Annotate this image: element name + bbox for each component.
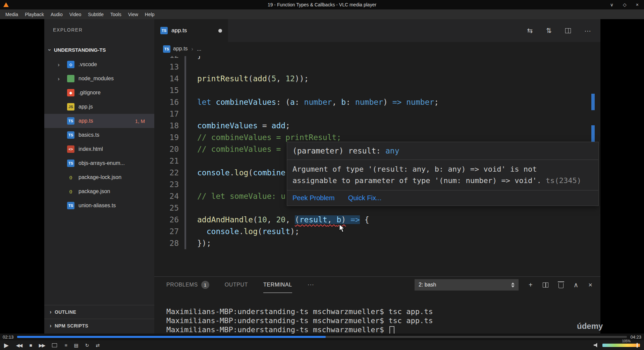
code-line: 28}); — [154, 237, 600, 249]
maximize-button[interactable]: ◇ — [623, 2, 627, 7]
kill-terminal-button[interactable] — [558, 283, 564, 288]
menubar-item-help[interactable]: Help — [142, 10, 158, 18]
vlc-menubar: MediaPlaybackAudioVideoSubtitleToolsView… — [0, 9, 644, 19]
code-text: combineValues = add; — [179, 120, 290, 132]
overview-ruler-mark — [591, 125, 595, 142]
vlc-seek-row: 02:13 04:23 — [0, 334, 644, 340]
next-button[interactable]: ▶▶ — [39, 343, 45, 348]
menubar-item-subtitle[interactable]: Subtitle — [85, 10, 107, 18]
code-line: 17 — [154, 108, 600, 120]
code-line: 16let combineValues: (a: number, b: numb… — [154, 96, 600, 108]
speaker-icon[interactable] — [594, 343, 599, 348]
playlist-button[interactable]: ▤ — [74, 343, 78, 348]
line-number: 17 — [154, 108, 179, 120]
code-text: console.log(combine — [179, 167, 285, 179]
menubar-item-media[interactable]: Media — [2, 10, 21, 18]
fullscreen-button[interactable] — [52, 343, 57, 347]
minimize-button[interactable]: ∨ — [610, 2, 613, 7]
overview-ruler-mark — [591, 94, 595, 110]
section-outline[interactable]: ›OUTLINE — [44, 305, 154, 318]
video-frame[interactable]: EXPLORER › UNDERSTANDING-TS ›◇.vscode›no… — [0, 19, 644, 334]
hover-message-line2: assignable to parameter of type '(num: n… — [292, 176, 541, 185]
code-text — [179, 179, 197, 190]
line-number: 13 — [154, 61, 179, 73]
breadcrumb-item[interactable]: ... — [197, 46, 201, 52]
close-panel-button[interactable]: × — [588, 281, 592, 288]
stop-button[interactable]: ■ — [29, 343, 31, 348]
code-text: printResult(add(5, 12)); — [179, 73, 309, 85]
loop-button[interactable]: ↻ — [85, 343, 89, 348]
line-number: 14 — [154, 73, 179, 85]
line-number: 28 — [154, 237, 179, 249]
menubar-item-audio[interactable]: Audio — [47, 10, 66, 18]
breadcrumb-separator-icon: › — [192, 46, 193, 52]
open-changes-icon[interactable]: ⇆ — [527, 27, 533, 34]
terminal-cursor — [389, 326, 394, 334]
modified-dot-icon[interactable] — [218, 29, 222, 33]
line-number: 16 — [154, 96, 179, 108]
more-actions-icon[interactable]: ··· — [584, 27, 591, 34]
code-text: }); — [179, 237, 211, 249]
split-terminal-button[interactable] — [543, 282, 548, 288]
vlc-titlebar: 19 - Function Types & Callbacks - VLC me… — [0, 0, 644, 9]
hover-signature: (parameter) result: any — [287, 142, 598, 160]
line-number: 12 — [154, 56, 179, 61]
section-label: NPM SCRIPTS — [55, 323, 88, 329]
code-editor[interactable]: 12}1314printResult(add(5, 12));1516let c… — [154, 56, 600, 276]
terminal-line: Maximilians-MBP:understanding-ts mschwar… — [166, 325, 594, 334]
seek-slider[interactable] — [17, 336, 627, 338]
close-button[interactable]: × — [636, 2, 639, 7]
random-button[interactable]: ⇄ — [96, 343, 99, 348]
menubar-item-video[interactable]: Video — [66, 10, 85, 18]
tab-app-ts[interactable]: TS app.ts — [154, 19, 228, 42]
extended-settings-button[interactable]: ≡ — [64, 343, 66, 348]
quick-fix--link[interactable]: Quick Fix... — [348, 194, 382, 202]
panel-tab-problems[interactable]: PROBLEMS1 — [166, 277, 209, 293]
line-number: 19 — [154, 132, 179, 143]
volume-cluster: 105% — [594, 343, 640, 348]
panel-tab-output[interactable]: OUTPUT — [225, 277, 248, 293]
mouse-cursor — [339, 224, 346, 233]
maximize-panel-button[interactable]: ∧ — [574, 281, 579, 288]
breadcrumb[interactable]: TSapp.ts›... — [154, 42, 600, 56]
code-line: 13 — [154, 61, 600, 73]
code-line: 18combineValues = add; — [154, 120, 600, 132]
line-number: 18 — [154, 120, 179, 132]
play-button[interactable]: ▶ — [4, 342, 9, 349]
split-editor-icon[interactable] — [565, 28, 571, 33]
window-controls: ∨◇× — [610, 2, 639, 7]
panel-more-icon[interactable]: ··· — [308, 281, 314, 288]
terminal-output[interactable]: Maximilians-MBP:understanding-ts mschwar… — [166, 307, 594, 334]
chevron-right-icon: › — [50, 323, 52, 329]
source-control-icon[interactable]: ⇅ — [546, 27, 552, 34]
line-number: 22 — [154, 167, 179, 179]
peek-problem-link[interactable]: Peek Problem — [292, 194, 335, 202]
new-terminal-button[interactable]: + — [529, 281, 533, 288]
total-time: 04:23 — [630, 335, 641, 340]
hover-message-line1: Argument of type '(result: any, b: any) … — [292, 165, 537, 173]
code-text: let combineValues: (a: number, b: number… — [179, 96, 439, 108]
volume-slider[interactable] — [602, 344, 640, 347]
menubar-item-playback[interactable]: Playback — [21, 10, 47, 18]
panel-tab-terminal[interactable]: TERMINAL — [263, 277, 292, 293]
error-hover-tooltip: (parameter) result: any Argument of type… — [287, 142, 599, 206]
line-number: 23 — [154, 179, 179, 190]
terminal-shell-select[interactable]: 2: bash — [415, 279, 519, 291]
seek-progress — [17, 336, 326, 338]
code-text: // combineValues = — [179, 143, 285, 155]
ts-file-icon: TS — [163, 45, 170, 53]
breadcrumb-item[interactable]: TSapp.ts — [163, 45, 188, 53]
section-npm-scripts[interactable]: ›NPM SCRIPTS — [44, 319, 154, 332]
bottom-panel: PROBLEMS1OUTPUTTERMINAL··· 2: bash +∧× M… — [154, 276, 600, 334]
previous-button[interactable]: ◀◀ — [16, 343, 22, 348]
line-number: 24 — [154, 190, 179, 202]
ts-file-icon: TS — [160, 27, 168, 34]
code-text: console.log(result); — [179, 226, 300, 237]
shell-select-value: 2: bash — [419, 282, 436, 288]
editor-tabbar: TS app.ts ⇆⇅··· — [154, 19, 600, 42]
menubar-item-view[interactable]: View — [125, 10, 142, 18]
menubar-item-tools[interactable]: Tools — [107, 10, 125, 18]
error-code: ts(2345) — [546, 176, 581, 185]
volume-percent: 105% — [622, 339, 631, 343]
line-number: 21 — [154, 155, 179, 167]
